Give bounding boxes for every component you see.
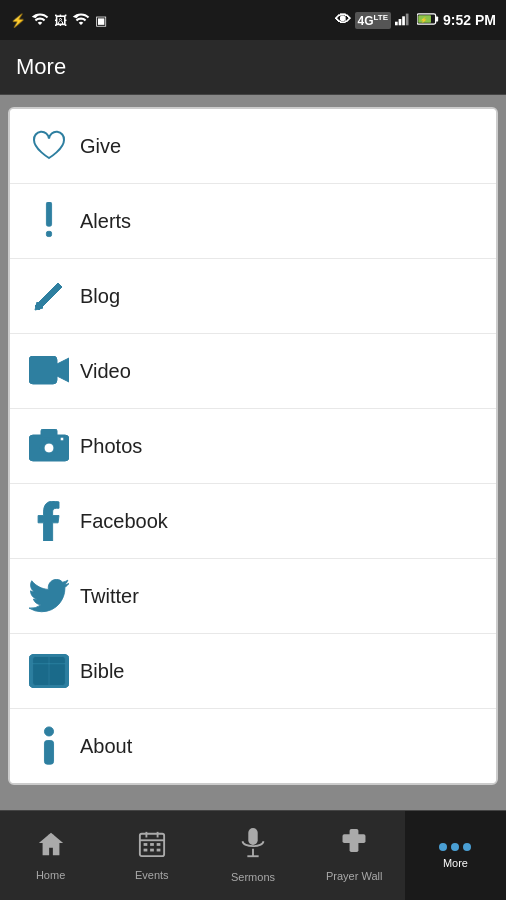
nav-item-events[interactable]: Events [101,811,202,900]
mic-icon [240,828,266,867]
sermons-nav-label: Sermons [231,871,275,883]
svg-rect-3 [406,13,409,25]
svg-rect-1 [399,19,402,25]
cross-icon [341,829,367,866]
extra-icon: ▣ [95,13,107,28]
svg-rect-21 [44,741,53,765]
svg-rect-37 [343,834,366,843]
menu-item-twitter[interactable]: Twitter [10,559,496,634]
svg-rect-0 [395,21,398,25]
battery-icon: ⚡ [417,13,439,28]
menu-card: Give Alerts Blog [8,107,498,785]
eye-icon: 👁 [335,11,351,29]
home-nav-label: Home [36,869,65,881]
usb-icon: ⚡ [10,13,26,28]
svg-point-14 [44,443,54,453]
status-left-icons: ⚡ 🖼 ▣ [10,12,107,29]
home-icon [36,830,66,865]
menu-item-video[interactable]: Video [10,334,496,409]
menu-item-photos[interactable]: Photos [10,409,496,484]
svg-point-20 [44,727,53,736]
svg-rect-5 [436,16,439,21]
facebook-icon [26,498,72,544]
nav-item-sermons[interactable]: Sermons [202,811,303,900]
time-display: 9:52 PM [443,12,496,28]
svg-text:⚡: ⚡ [420,16,428,24]
app-header: More [0,40,506,95]
video-label: Video [80,360,131,383]
svg-rect-27 [143,843,147,846]
svg-rect-31 [150,849,154,852]
svg-rect-9 [46,231,51,236]
svg-marker-11 [57,358,69,382]
photos-label: Photos [80,435,142,458]
nav-item-more[interactable]: More [405,811,506,900]
svg-rect-10 [29,356,57,384]
alerts-label: Alerts [80,210,131,233]
wifi-icon [31,12,49,29]
camera-icon [26,423,72,469]
menu-item-blog[interactable]: Blog [10,259,496,334]
svg-rect-2 [402,16,405,25]
signal-label: 4GLTE [355,12,392,29]
nav-item-prayerwall[interactable]: Prayer Wall [304,811,405,900]
menu-item-about[interactable]: About [10,709,496,783]
blog-label: Blog [80,285,120,308]
image-icon: 🖼 [54,13,67,28]
wifi2-icon [72,12,90,29]
heart-icon [26,123,72,169]
svg-point-16 [60,437,64,441]
more-nav-label: More [443,857,468,869]
menu-item-facebook[interactable]: Facebook [10,484,496,559]
prayerwall-nav-label: Prayer Wall [326,870,382,882]
bible-icon [26,648,72,694]
pencil-icon [26,273,72,319]
about-label: About [80,735,132,758]
video-icon [26,348,72,394]
twitter-label: Twitter [80,585,139,608]
main-content: Give Alerts Blog [0,95,506,810]
header-title: More [16,54,66,80]
svg-rect-15 [41,429,57,437]
events-nav-label: Events [135,869,169,881]
signal-bars [395,12,413,29]
alert-icon [26,198,72,244]
bottom-navigation: Home Events [0,810,506,900]
twitter-icon [26,573,72,619]
svg-rect-29 [156,843,160,846]
give-label: Give [80,135,121,158]
menu-item-alerts[interactable]: Alerts [10,184,496,259]
bible-label: Bible [80,660,124,683]
svg-rect-22 [48,835,54,840]
dots-icon [439,843,471,851]
menu-item-give[interactable]: Give [10,109,496,184]
facebook-label: Facebook [80,510,168,533]
svg-rect-32 [156,849,160,852]
svg-rect-8 [46,202,51,226]
svg-rect-33 [248,828,257,845]
svg-rect-28 [150,843,154,846]
nav-item-home[interactable]: Home [0,811,101,900]
status-bar: ⚡ 🖼 ▣ 👁 4GLTE ⚡ 9:5 [0,0,506,40]
calendar-icon [137,830,167,865]
menu-item-bible[interactable]: Bible [10,634,496,709]
svg-rect-30 [143,849,147,852]
info-icon [26,723,72,769]
status-right-info: 👁 4GLTE ⚡ 9:52 PM [335,11,496,29]
